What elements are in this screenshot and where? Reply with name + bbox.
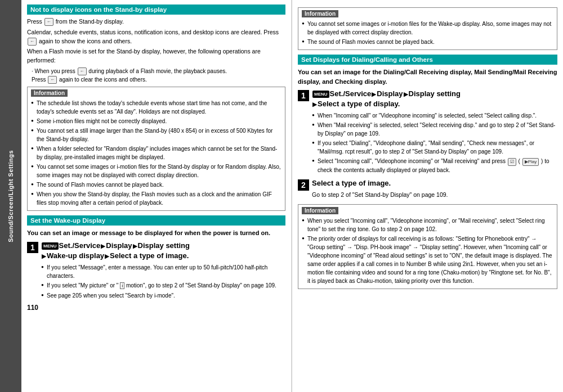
step1-sub1: If you select "Message", enter a message… bbox=[41, 263, 285, 280]
right-step1-content: MENUSet./Service▶Display▶Display setting… bbox=[312, 89, 557, 175]
section2-heading: Set the Wake-up Display bbox=[27, 215, 285, 226]
step1-container: 1 MENUSet./Service▶Display▶Display setti… bbox=[27, 241, 285, 301]
info-box-right-1: Information You cannot set some images o… bbox=[298, 7, 557, 50]
menu-icon-inline: ← bbox=[28, 38, 37, 46]
info-item-r1: You cannot set some images or i-motion f… bbox=[302, 20, 553, 37]
step1-number: 1 bbox=[27, 242, 38, 253]
section2-intro: You can set an image or message to be di… bbox=[27, 228, 285, 238]
info-box-right-2-list: When you select "Incoming call", "Videop… bbox=[302, 217, 553, 285]
main-content: Not to display icons on the Stand-by dis… bbox=[21, 0, 563, 392]
menu-icon-1: MENU bbox=[42, 242, 59, 250]
play-button-icon: ← bbox=[78, 67, 87, 75]
right-step1-sub2: When "Mail receiving" is selected, selec… bbox=[312, 121, 557, 138]
info-item: The sound of Flash movies cannot be play… bbox=[31, 181, 282, 189]
info-item: When a folder selected for "Random displ… bbox=[31, 145, 282, 161]
info-item: Some i-motion files might not be correct… bbox=[31, 117, 282, 125]
section1-body1: Press ← from the Stand-by display. bbox=[27, 17, 285, 26]
section1-bullet1b: Press ← again to clear the icons and oth… bbox=[27, 75, 285, 84]
info-item: You cannot set a still image larger than… bbox=[31, 127, 282, 143]
info-box-right-1-list: You cannot set some images or i-motion f… bbox=[302, 20, 553, 46]
info-box-right-2: Information When you select "Incoming ca… bbox=[298, 204, 557, 289]
step1-sub2: If you select "My picture" or " i motion… bbox=[41, 281, 285, 290]
info-item: The schedule list shows the today's sche… bbox=[31, 99, 282, 116]
right-section2-intro: You can set an image for the Dialing/Cal… bbox=[298, 67, 557, 86]
right-step1-sub3: If you select "Dialing", "Videophone dia… bbox=[312, 139, 557, 156]
right-step2-body: Go to step 2 of "Set Stand-by Display" o… bbox=[312, 191, 557, 200]
right-step1-text: MENUSet./Service▶Display▶Display setting… bbox=[312, 89, 557, 109]
sidebar-label: Sound/Screen/Light Settings bbox=[7, 150, 14, 242]
section1-body3: When a Flash movie is set for the Stand-… bbox=[27, 47, 285, 65]
info-item-rb2: The priority order of displays for call … bbox=[302, 235, 553, 285]
right-step2-text: Select a type of image. bbox=[312, 178, 557, 188]
right-column: Information You cannot set some images o… bbox=[292, 0, 563, 392]
page-number: 110 bbox=[27, 304, 285, 312]
right-step1-sub4: Select "Incoming call", "Videophone inco… bbox=[312, 157, 557, 174]
info-box-right-1-header: Information bbox=[302, 10, 338, 17]
menu-icon-right-1: MENU bbox=[312, 91, 329, 98]
info-box-right-2-header: Information bbox=[302, 207, 338, 214]
play-btn: ▶Play bbox=[522, 158, 539, 166]
info-box-1-header: Information bbox=[31, 89, 68, 97]
sidebar: Sound/Screen/Light Settings bbox=[0, 0, 21, 392]
right-step1-sub1: When "Incoming call" or "Videophone inco… bbox=[312, 111, 557, 120]
right-section2-heading: Set Displays for Dialing/Calling and Oth… bbox=[298, 55, 557, 65]
back-button-icon2: ← bbox=[48, 76, 57, 84]
step1-text: MENUSet./Service▶Display▶Display setting… bbox=[41, 241, 285, 261]
info-item: When you show the Stand-by display, the … bbox=[31, 190, 282, 207]
right-step2-number: 2 bbox=[298, 179, 309, 191]
left-column: Not to display icons on the Stand-by dis… bbox=[21, 0, 292, 392]
info-box-1: Information The schedule list shows the … bbox=[27, 87, 285, 211]
section1-body2: Calendar, schedule events, status icons,… bbox=[27, 28, 285, 46]
info-item-rb1: When you select "Incoming call", "Videop… bbox=[302, 217, 553, 233]
right-step1-container: 1 MENUSet./Service▶Display▶Display setti… bbox=[298, 89, 557, 175]
step1-content: MENUSet./Service▶Display▶Display setting… bbox=[41, 241, 285, 301]
right-step1-number: 1 bbox=[298, 90, 309, 101]
section1-bullet1: · When you press ← during playback of a … bbox=[27, 67, 285, 75]
info-box-1-list: The schedule list shows the today's sche… bbox=[31, 99, 282, 207]
info-item: You cannot set some images or i-motion f… bbox=[31, 163, 282, 179]
right-step2-content: Select a type of image. Go to step 2 of … bbox=[312, 178, 557, 201]
info-item-r2: The sound of Flash movies cannot be play… bbox=[302, 38, 553, 46]
check-button: ☑ bbox=[508, 158, 516, 166]
step1-sub3: See page 205 when you select "Search by … bbox=[41, 291, 285, 300]
back-button-icon: ← bbox=[44, 18, 53, 26]
section1-heading: Not to display icons on the Stand-by dis… bbox=[27, 4, 285, 15]
right-step2-container: 2 Select a type of image. Go to step 2 o… bbox=[298, 178, 557, 201]
